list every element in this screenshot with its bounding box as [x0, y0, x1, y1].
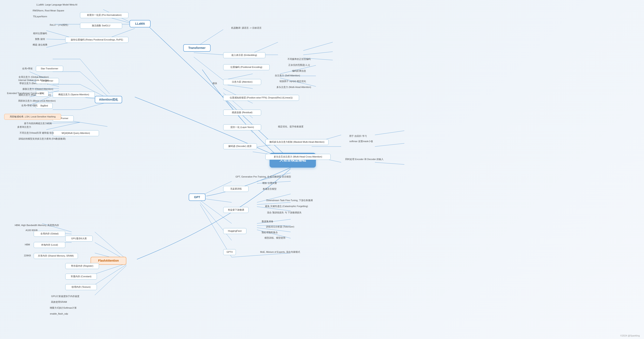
watermark: ©2024 @Sparkling [620, 334, 640, 337]
mqa-finetune: 训练好的模型支持多注意力查询 (5%数据微调) [13, 137, 72, 141]
svg-line-47 [80, 122, 108, 127]
llama-t5layernorm: T5LayerNorm [28, 14, 53, 19]
llama-llama-desc: LLaMA: Large Language Model Meta AI [28, 3, 86, 7]
svg-line-71 [95, 265, 126, 285]
svg-line-17 [223, 84, 253, 89]
etc-extended: Extended Transformer Construction [4, 91, 46, 96]
gpt4: GPT4 [223, 249, 236, 255]
svg-line-31 [375, 162, 404, 164]
gpt-unsupervised: 无监督训练 [223, 186, 248, 192]
decoder-cross-attn: 多头交叉自注意力 (Multi-Head Cross Attention) [265, 154, 331, 160]
gpt-desc: GPT, Generative Pre-Training, 生成式预训练 语言模… [221, 175, 305, 179]
reformer-lsh: 局部敏感哈希, LSH, Local-Sensitive Hashing [4, 114, 61, 120]
pe-range: 正余弦的范围是[-1,1] [278, 63, 320, 68]
fa-gpu-faster: GPU计算速度快于内存速度 [42, 294, 88, 299]
llama-relative-pos: 相对位置编码 [28, 31, 53, 36]
sparse-attention: 稀疏注意力 (Sparse Attention) [53, 92, 95, 98]
llama-relu: ReLU ~ y=x(线性) [42, 23, 76, 28]
star-global-band: 全局+带状 [13, 66, 42, 71]
decoder-autoreg: 用于 自回归 学习 [337, 134, 379, 139]
svg-line-70 [95, 263, 126, 274]
svg-line-13 [303, 42, 333, 51]
bigbird-global: 全局+带状+随机 [13, 103, 46, 108]
svg-line-29 [375, 131, 404, 135]
pe-diff-freq: 不同频率的正弦弦编码 [278, 57, 320, 62]
mindmap-canvas: 大语言模型基础 LLaMA 前置归一化层 (Pre-Normalization)… [0, 0, 644, 339]
llama-swiglu: 激活函数 SwiGLU [80, 23, 122, 29]
mqa-multi-query: 多查询注意力 [13, 125, 36, 129]
transformer-layernorm: 层归一化 (Layer Norm) [223, 124, 261, 130]
att-multihead: 多头注意力 (Multi-Head Attention) [270, 85, 318, 90]
decoder-softmax: softmax 设置mask小值 [337, 139, 386, 144]
gpt-catastrophic: 避免 灾难性遗忘 (Catastrophic Forgetting) [257, 204, 316, 209]
llama-rmsnorm: RMSNorm, Root Mean Square [28, 9, 70, 13]
svg-line-30 [375, 143, 404, 147]
decoder-masked-attn: 掩码多头自注意力机制 (Masked Multi-Head Attention) [265, 139, 328, 145]
gpt-pos-vec: 增加 位置向量 [257, 181, 282, 186]
decoder-cross-desc: 同时处理 Encoder 和 Decoder 的输入 [337, 157, 392, 162]
branch-transformer: Transformer [183, 44, 210, 52]
hf-train-use: 模型训练、模型使用 [257, 236, 293, 240]
constant-memory: 常量内存 (Constant) [65, 274, 97, 279]
register-memory: 寄存器内存 (Register) [65, 263, 99, 269]
llama-prenorm: 前置归一化层 (Pre-Normalization) [80, 12, 128, 18]
att-self: 自注意力 (Self Attention) [270, 73, 305, 78]
transformer-residual: 残差连接 (Residual) [223, 110, 261, 116]
svg-line-72 [95, 266, 126, 295]
gpt-supervised: 有监督下游微调 [223, 207, 248, 213]
fa-softmax: 增量方式执行Softmax计算 [42, 306, 84, 310]
branch-llama: LLaMA [130, 20, 150, 28]
gpt-single-lm: 单项语言模型 [257, 187, 282, 191]
texture-memory: 纹理内存 (Texture) [65, 284, 97, 290]
branch-attention: Attention优化 [95, 96, 122, 103]
llama-rope: 旋转位置编码 (Rotary Positional Encodings, RoP… [65, 37, 128, 43]
hbm-desc: HBM, High Bandwidth Memory, 高宽带内存 [4, 223, 70, 228]
gpt4-moe: MoE, Mixture of Experts, 混合专家模式 [246, 249, 314, 255]
transformer-embedding: 嵌入表示层 (Embedding) [223, 52, 265, 58]
transformer-ffn: 位置感知前馈层 (Position-wise FFN); Dropout(ReL… [223, 95, 299, 101]
llama-complex: 复数·旋转 [28, 37, 53, 42]
long-internal: Internal Global-node Attention [13, 78, 55, 83]
svg-line-32 [80, 59, 110, 94]
gpt-huggingface: HuggingFace [223, 228, 246, 234]
transformer-module: 模块 [210, 81, 219, 86]
hf-tokenizer: 训练词元分析器 (Tokenizer) [257, 224, 303, 229]
svg-line-36 [80, 102, 108, 110]
a100-80gb: A100 80GB [21, 228, 42, 233]
sram-228kb: 228KB [21, 253, 34, 258]
hbm-local: HBM [21, 242, 34, 247]
shared-memory: 共享内存 (Shared Memory, SRAM) [34, 253, 78, 259]
transformer-attention-layer: 注意力层 (Attention) [223, 79, 261, 85]
transformer-decoder: 解码器 (Decoder) 差异 [223, 143, 257, 149]
fa-sram-efficient: 高效使用SRAM [42, 300, 76, 304]
svg-line-14 [303, 52, 333, 55]
gpt-downstream: Downstream Task Fine-Tuning, 下游任务微调 [257, 198, 322, 203]
hf-preprocess: 预处理预料集合 [257, 230, 282, 235]
gpt-mix-loss: 混合 预训练损失 与 下游微调损失 [257, 210, 312, 215]
fa-flash-sdp: enable_flash_sdp [42, 311, 76, 316]
hf-data: 数据集准备 [257, 219, 278, 224]
llama-label: LLaMA [135, 22, 145, 26]
pe-dist: 编码距离信息 [278, 69, 320, 73]
layernorm-stable: 稳定优化、提升收敛速度 [270, 124, 312, 129]
att-scale: 缩放因子 sqrt(d) 稳定优化 [270, 79, 316, 84]
mqa-share: 不同注意力Head共享 键和值 组合 [13, 131, 61, 135]
svg-line-66 [95, 232, 126, 259]
gpu-memory: GPU显存6大类 [65, 236, 93, 242]
svg-line-9 [194, 53, 223, 55]
svg-line-10 [194, 57, 223, 80]
llama-sparse: 稀疏·迷位相乘 [28, 43, 53, 47]
branch-gpt: GPT [189, 194, 206, 201]
transformer-mt: 机器翻译: 源语言 -> 目标语言 [223, 26, 270, 30]
transformer-label: Transformer [188, 46, 206, 50]
local-memory: 本地内存 (Local) [34, 242, 65, 248]
transformer-posenc: 位置编码 (Positional Encoding) [223, 64, 270, 70]
sparse-block-local: 局部块注意力 (Block Local Attention) [13, 99, 61, 103]
